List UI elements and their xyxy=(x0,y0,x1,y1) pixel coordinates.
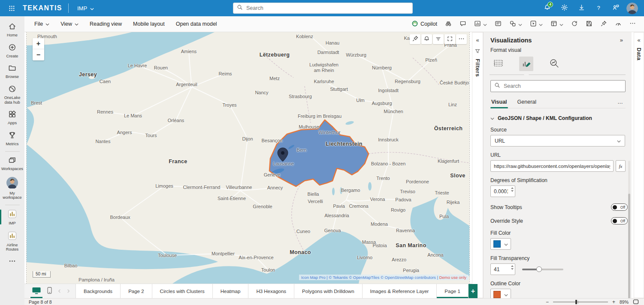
visual-pin-button[interactable] xyxy=(410,34,420,44)
analytics-tab-icon[interactable] xyxy=(547,57,561,71)
optimize-button[interactable] xyxy=(612,18,625,30)
save-button[interactable] xyxy=(583,18,596,30)
binoculars-button[interactable] xyxy=(442,18,455,30)
sidebar-item-metrics[interactable]: Metrics xyxy=(0,129,24,150)
collapse-visualizations-button[interactable]: » xyxy=(617,36,626,44)
format-icon-row xyxy=(491,57,626,71)
format-visual-label: Format visual xyxy=(490,47,626,53)
format-tab-icon[interactable] xyxy=(519,57,533,71)
page-tab-backgrounds[interactable]: Backgrounds xyxy=(76,284,121,298)
visual-more-button[interactable] xyxy=(456,34,467,44)
page-tab-h3-hexagons[interactable]: H3 Hexagons xyxy=(248,284,294,298)
sidebar-item-airline-routes[interactable]: Airline Routes xyxy=(0,229,24,255)
source-dropdown[interactable]: URL xyxy=(490,135,625,147)
new-visual-button[interactable] xyxy=(471,18,490,30)
help-button[interactable]: ? xyxy=(592,2,605,15)
format-tab-general[interactable]: General xyxy=(517,97,537,108)
analytics-icon xyxy=(549,63,559,70)
visual-focus-mode-button[interactable] xyxy=(444,34,455,44)
spinner-arrows[interactable] xyxy=(511,187,514,192)
download-icon xyxy=(578,4,585,12)
fill-color-dropdown[interactable] xyxy=(490,238,511,250)
format-tab-visual[interactable]: Visual xyxy=(490,97,508,108)
page-tab-heatmap[interactable]: Heatmap xyxy=(213,284,249,298)
refresh-button[interactable] xyxy=(568,18,581,30)
url-input[interactable] xyxy=(490,160,614,172)
fields-tab-icon[interactable] xyxy=(491,57,505,71)
ribbon-menu-reading-view[interactable]: Reading view xyxy=(85,18,127,30)
expand-data-button[interactable]: « xyxy=(636,36,641,44)
show-tooltips-toggle[interactable]: Off xyxy=(611,203,628,211)
map-visual[interactable]: PlymouthAmiensKoblenzHanauKarPrahaLëtzeb… xyxy=(27,32,469,284)
geojson-section-header[interactable]: GeoJSON / Shape / KML Configuration xyxy=(490,115,592,121)
expand-filters-button[interactable]: « xyxy=(475,36,480,44)
text-box-button[interactable] xyxy=(492,18,505,30)
zoom-in-button[interactable]: + xyxy=(611,300,616,304)
pin-button[interactable] xyxy=(597,18,610,30)
page-tab-page-1[interactable]: Page 1 xyxy=(437,284,468,298)
shapes-button[interactable] xyxy=(506,18,525,30)
feedback-button[interactable] xyxy=(609,2,622,15)
sidebar-item-onelake-data-hub[interactable]: OneLake data hub xyxy=(0,82,24,108)
global-search[interactable] xyxy=(233,3,413,14)
map-zoom-in-button[interactable]: + xyxy=(33,38,44,49)
page-tab-page-2[interactable]: Page 2 xyxy=(121,284,152,298)
sidebar-item-imp[interactable]: IMP xyxy=(0,207,24,229)
visual-filter-lines-button[interactable] xyxy=(433,34,444,44)
sidebar-item-create[interactable]: Create xyxy=(0,41,24,62)
sidebar-more[interactable] xyxy=(0,255,24,269)
next-page-button[interactable] xyxy=(66,284,71,298)
fit-to-page-button[interactable] xyxy=(632,299,640,305)
sidebar-item-my-workspace[interactable]: My workspace xyxy=(0,174,24,203)
sidebar-item-apps[interactable]: Apps xyxy=(0,108,24,129)
waffle-menu-icon[interactable] xyxy=(7,3,17,13)
app-switcher[interactable]: IMP xyxy=(75,5,97,12)
shapes-icon xyxy=(509,20,516,28)
mobile-view-button[interactable] xyxy=(46,284,53,298)
format-search[interactable] xyxy=(490,80,626,92)
format-tabs-more-button[interactable]: … xyxy=(615,98,626,108)
sidebar-item-browse[interactable]: Browse xyxy=(0,61,24,82)
copilot-button[interactable]: Copilot xyxy=(408,18,440,30)
fill-transparency-slider[interactable] xyxy=(522,266,563,272)
pin-icon xyxy=(412,35,419,43)
ribbon-menu-open-data-model[interactable]: Open data model xyxy=(171,18,222,30)
chevron-down-icon xyxy=(539,21,543,27)
ribbon-menu-file[interactable]: File xyxy=(30,18,54,30)
settings-button[interactable] xyxy=(558,2,571,15)
add-page-button[interactable]: + xyxy=(469,284,478,298)
page-tab-circles-with-clusters[interactable]: Circles with Clusters xyxy=(152,284,213,298)
search-input[interactable] xyxy=(245,5,409,12)
format-search-input[interactable] xyxy=(503,83,622,90)
zoom-slider-thumb[interactable] xyxy=(575,300,577,304)
map-zoom-out-button[interactable]: − xyxy=(33,49,44,60)
attribution-links[interactable]: Icon Map Pro | © Tekantis © OpenMapTiles… xyxy=(301,275,439,280)
download-button[interactable] xyxy=(575,2,588,15)
data-pane-collapsed: « Data xyxy=(634,32,644,298)
spinner-arrows[interactable] xyxy=(511,265,514,270)
panel-scrollbar[interactable] xyxy=(628,161,630,305)
search-icon xyxy=(237,4,243,12)
format-divider xyxy=(490,75,626,75)
more-button[interactable] xyxy=(626,18,639,30)
sidebar-item-home[interactable]: Home xyxy=(0,20,24,41)
comment-button[interactable] xyxy=(457,18,469,30)
zoom-slider[interactable] xyxy=(553,300,608,304)
svg-text:?: ? xyxy=(597,4,600,11)
desktop-view-button[interactable] xyxy=(30,284,42,298)
page-tab-images-reference-layer[interactable]: Images & Reference Layer xyxy=(363,284,437,298)
ribbon-menu-mobile-layout[interactable]: Mobile layout xyxy=(128,18,169,30)
zoom-out-button[interactable]: − xyxy=(545,300,550,304)
fx-conditional-button[interactable]: fx xyxy=(616,160,626,172)
override-style-toggle[interactable]: Off xyxy=(611,217,628,224)
sidebar-item-workspaces[interactable]: Workspaces xyxy=(0,153,24,174)
visual-alert-button[interactable] xyxy=(421,34,432,44)
buttons-button[interactable] xyxy=(527,18,546,30)
page-tab-polygons-with-drilldown[interactable]: Polygons with Drilldown xyxy=(294,284,362,298)
left-sidebar: HomeCreateBrowseOneLake data hubAppsMetr… xyxy=(0,16,24,305)
ribbon-menu-view[interactable]: View xyxy=(56,18,83,30)
previous-page-button[interactable] xyxy=(57,284,62,298)
page-layout-button[interactable] xyxy=(547,18,566,30)
notifications-button[interactable]: 4 xyxy=(541,2,553,15)
account-avatar[interactable] xyxy=(626,3,638,14)
